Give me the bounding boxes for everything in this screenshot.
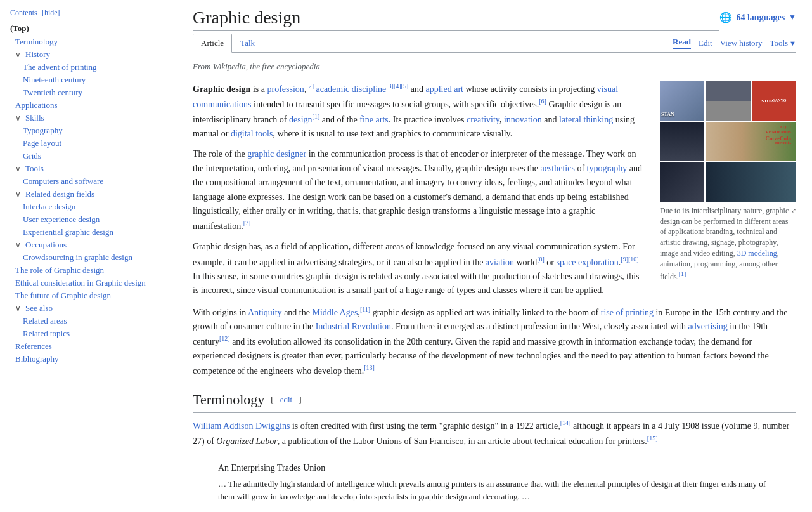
link-graphic-designer[interactable]: graphic designer	[247, 149, 306, 159]
toc-link-computers-software[interactable]: Computers and software	[23, 176, 103, 186]
ref-7[interactable]: [7]	[243, 220, 251, 226]
ref-14[interactable]: [14]	[560, 419, 571, 426]
link-lateral-thinking[interactable]: lateral thinking	[559, 115, 613, 124]
toc-item-related-design-fields[interactable]: ∨ Related design fields	[10, 188, 167, 200]
ref-12[interactable]: [12]	[219, 335, 230, 342]
toc-item-grids[interactable]: Grids	[10, 150, 167, 162]
link-space-exploration[interactable]: space exploration	[556, 257, 618, 266]
toc-item-top[interactable]: (Top)	[10, 22, 167, 36]
infobox-ref[interactable]: [1]	[679, 270, 686, 277]
link-fine-arts[interactable]: fine arts	[359, 115, 388, 124]
toc-link-ethical[interactable]: Ethical consideration in Graphic design	[15, 278, 146, 288]
toc-item-computers-software[interactable]: Computers and software	[10, 175, 167, 188]
action-edit[interactable]: Edit	[699, 38, 712, 48]
toc-item-page-layout[interactable]: Page layout	[10, 137, 167, 150]
tools-menu[interactable]: Tools ▼	[770, 38, 796, 48]
toc-link-related-design-fields[interactable]: Related design fields	[25, 189, 94, 199]
tab-talk[interactable]: Talk	[232, 34, 263, 53]
toc-item-related-topics[interactable]: Related topics	[10, 327, 167, 340]
toc-link-tools[interactable]: Tools	[25, 164, 44, 174]
link-innovation[interactable]: innovation	[504, 115, 542, 124]
toc-item-twentieth-century[interactable]: Twentieth century	[10, 86, 167, 99]
ref-9-10[interactable]: [9][10]	[621, 256, 638, 263]
toc-item-ethical[interactable]: Ethical consideration in Graphic design	[10, 277, 167, 289]
link-profession[interactable]: profession	[267, 84, 304, 93]
link-industrial-revolution[interactable]: Industrial Revolution	[316, 322, 391, 331]
collapse-skills-icon[interactable]: ∨	[15, 114, 23, 123]
action-read[interactable]: Read	[673, 37, 691, 49]
toc-link-advent-printing[interactable]: The advent of printing	[23, 62, 97, 72]
ref-13[interactable]: [13]	[364, 364, 375, 371]
ref-1[interactable]: [1]	[313, 113, 320, 120]
toc-link-see-also[interactable]: See also	[25, 303, 53, 313]
ref-3-4-5[interactable]: [3][4][5]	[386, 82, 408, 89]
toc-link-related-topics[interactable]: Related topics	[23, 329, 70, 338]
toc-link-references[interactable]: References	[15, 341, 52, 351]
toc-link-top[interactable]: (Top)	[10, 23, 29, 33]
toc-item-role[interactable]: The role of Graphic design	[10, 264, 167, 277]
toc-link-future[interactable]: The future of Graphic design	[15, 291, 111, 301]
link-applied-art[interactable]: applied art	[425, 84, 463, 93]
infobox-expand-icon[interactable]: ⤢	[791, 206, 796, 216]
link-creativity[interactable]: creativity	[467, 115, 499, 124]
toc-link-crowdsourcing[interactable]: Crowdsourcing in graphic design	[23, 253, 132, 262]
toc-item-history[interactable]: ∨ History	[10, 48, 167, 61]
toc-link-nineteenth-century[interactable]: Nineteenth century	[23, 75, 86, 84]
toc-link-interface-design[interactable]: Interface design	[23, 202, 75, 211]
toc-item-skills[interactable]: ∨ Skills	[10, 112, 167, 124]
toc-link-grids[interactable]: Grids	[23, 151, 41, 161]
toc-link-experiential-graphic[interactable]: Experiential graphic design	[23, 227, 113, 237]
toc-link-terminology[interactable]: Terminology	[15, 37, 58, 47]
link-aesthetics[interactable]: aesthetics	[540, 164, 574, 173]
ref-11[interactable]: [11]	[360, 306, 370, 313]
toc-item-terminology[interactable]: Terminology	[10, 36, 167, 48]
collapse-see-also-icon[interactable]: ∨	[15, 304, 23, 313]
collapse-history-icon[interactable]: ∨	[15, 50, 23, 60]
toc-item-experiential-graphic[interactable]: Experiential graphic design	[10, 226, 167, 239]
infobox-3d-link[interactable]: 3D modeling	[737, 249, 777, 258]
toc-link-page-layout[interactable]: Page layout	[23, 138, 61, 148]
link-advertising[interactable]: advertising	[688, 322, 727, 331]
collapse-occupations-icon[interactable]: ∨	[15, 240, 23, 250]
toc-item-ux-design[interactable]: User experience design	[10, 213, 167, 226]
link-william-dwiggins[interactable]: William Addison Dwiggins	[193, 421, 290, 430]
language-selector[interactable]: 🌐 64 languages ▼	[719, 8, 796, 23]
toc-link-applications[interactable]: Applications	[15, 100, 57, 110]
terminology-edit-link[interactable]: edit	[280, 393, 293, 407]
tab-article[interactable]: Article	[193, 34, 232, 53]
language-chevron-icon[interactable]: ▼	[789, 13, 796, 22]
toc-item-crowdsourcing[interactable]: Crowdsourcing in graphic design	[10, 251, 167, 264]
toc-link-skills[interactable]: Skills	[25, 113, 44, 123]
toc-item-related-areas[interactable]: Related areas	[10, 315, 167, 327]
toc-item-future[interactable]: The future of Graphic design	[10, 289, 167, 302]
ref-2[interactable]: [2]	[306, 82, 314, 89]
link-rise-of-printing[interactable]: rise of printing	[601, 307, 654, 317]
toc-link-related-areas[interactable]: Related areas	[23, 316, 67, 325]
toc-link-history[interactable]: History	[25, 49, 50, 60]
collapse-tools-icon[interactable]: ∨	[15, 164, 23, 174]
toc-item-applications[interactable]: Applications	[10, 99, 167, 112]
link-middle-ages[interactable]: Middle Ages	[312, 307, 358, 317]
action-view-history[interactable]: View history	[720, 38, 763, 48]
toc-hide-link[interactable]: [hide]	[42, 8, 60, 17]
ref-15[interactable]: [15]	[647, 435, 658, 442]
link-aviation[interactable]: aviation	[486, 257, 514, 266]
toc-link-occupations[interactable]: Occupations	[25, 240, 67, 250]
link-digital-tools[interactable]: digital tools	[231, 129, 273, 138]
link-design[interactable]: design	[289, 115, 313, 124]
toc-link-twentieth-century[interactable]: Twentieth century	[23, 88, 82, 97]
toc-item-occupations[interactable]: ∨ Occupations	[10, 239, 167, 251]
link-typography[interactable]: typography	[587, 164, 628, 173]
toc-link-bibliography[interactable]: Bibliography	[15, 354, 59, 364]
language-count[interactable]: 64 languages	[736, 13, 785, 23]
link-antiquity[interactable]: Antiquity	[248, 307, 282, 317]
ref-8[interactable]: [8]	[537, 256, 545, 263]
toc-link-typography[interactable]: Typography	[23, 126, 63, 135]
toc-item-interface-design[interactable]: Interface design	[10, 200, 167, 213]
link-academic-discipline[interactable]: academic discipline	[316, 84, 386, 93]
collapse-related-fields-icon[interactable]: ∨	[15, 190, 23, 199]
toc-item-nineteenth-century[interactable]: Nineteenth century	[10, 74, 167, 86]
toc-item-references[interactable]: References	[10, 340, 167, 353]
toc-item-tools[interactable]: ∨ Tools	[10, 162, 167, 175]
toc-item-see-also[interactable]: ∨ See also	[10, 302, 167, 315]
